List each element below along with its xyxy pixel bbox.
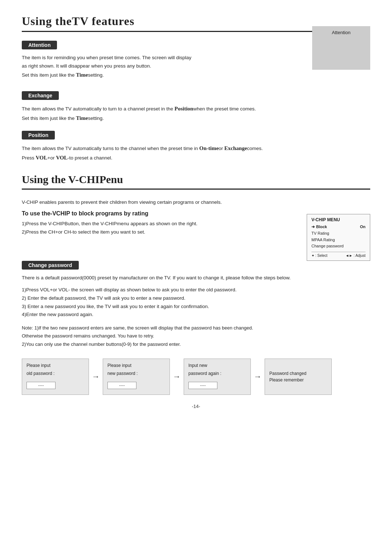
vchip-intro-text: V-CHIP enables parents to prevent their … bbox=[22, 198, 370, 207]
pw-changed-label1: Password changed bbox=[269, 370, 306, 377]
pw-step2-label1: Please input bbox=[107, 363, 131, 369]
attention-badge: Attention bbox=[22, 41, 57, 49]
change-password-notes: Note: 1)If the two new password enters a… bbox=[22, 324, 370, 348]
pw-changed-label2: Please remember bbox=[269, 377, 304, 383]
ontime-bold: On-time bbox=[199, 145, 219, 151]
pw-step1-value: ---- bbox=[26, 382, 56, 389]
vchip-menu-item-changepw: Change password bbox=[311, 243, 366, 250]
vchip-menu-item-block: ➔Block On bbox=[311, 224, 366, 230]
cp-step2: 2) Enter the default password, the TV wi… bbox=[22, 294, 370, 303]
password-box-step3: Input new password again : ---- bbox=[184, 359, 251, 395]
vchip-divider bbox=[22, 189, 370, 190]
password-changed-box: Password changed Please remember bbox=[265, 359, 332, 395]
arrow3: → bbox=[254, 359, 262, 395]
exchange-badge: Exchange bbox=[22, 91, 59, 100]
password-flow: Please input old password : ---- → Pleas… bbox=[22, 359, 370, 395]
change-password-para1: There is a default password(0000) preset… bbox=[22, 274, 370, 282]
arrow1: → bbox=[92, 359, 100, 395]
time-bold2: Time bbox=[76, 115, 88, 121]
pw-step1-label1: Please input bbox=[26, 363, 50, 369]
password-box-step1: Please input old password : ---- bbox=[22, 359, 89, 395]
exchange-section: Exchange The item allows the TV automati… bbox=[22, 91, 370, 123]
cp-step1: 1)Press VOL+or VOL- the screen will disp… bbox=[22, 286, 370, 294]
vchip-section-title: Using the V-CHIPenu bbox=[22, 173, 370, 186]
change-password-steps: 1)Press VOL+or VOL- the screen will disp… bbox=[22, 286, 370, 319]
pw-step2-value: ---- bbox=[107, 382, 136, 389]
time-bold: Time bbox=[76, 72, 88, 78]
attention-image-box: Attention bbox=[312, 26, 370, 70]
exchange-text: The item allows the TV automatically to … bbox=[22, 104, 370, 123]
exchange-bold: Exchange bbox=[224, 145, 247, 151]
vchip-menu-title: V-CHIP MENU bbox=[311, 217, 366, 222]
page-number: -14- bbox=[22, 404, 370, 409]
vol-bold1: VOL bbox=[36, 155, 47, 161]
attention-box-label: Attention bbox=[332, 30, 350, 35]
cp-step4: 4)Enter the new password again. bbox=[22, 311, 370, 319]
position-section: Position The item allows the TV automati… bbox=[22, 131, 370, 162]
position-badge: Position bbox=[22, 131, 55, 139]
vchip-menu-bottom: ✦ : Select ◄► : Adjust bbox=[311, 252, 366, 258]
arrow2: → bbox=[173, 359, 181, 395]
change-password-section: Change password There is a default passw… bbox=[22, 261, 370, 348]
pw-step2-label2: new password : bbox=[107, 371, 138, 377]
vol-bold2: VOL bbox=[56, 155, 68, 161]
vchip-menu-item-mpaa: MPAA Rating bbox=[311, 237, 366, 243]
menu-arrow: ➔ bbox=[311, 225, 315, 229]
pw-step1-label2: old password : bbox=[26, 371, 54, 377]
position-text: The item allows the TV automatically tur… bbox=[22, 144, 370, 162]
vchip-menu-item-tvrating: TV Rating bbox=[311, 230, 366, 237]
pw-step3-value: ---- bbox=[188, 382, 217, 389]
password-box-step2: Please input new password : ---- bbox=[103, 359, 170, 395]
cp-step3: 3) Enter a new password you like, the TV… bbox=[22, 303, 370, 311]
pw-step3-label2: password again : bbox=[188, 371, 221, 377]
vchip-menu-box: V-CHIP MENU ➔Block On TV Rating MPAA Rat… bbox=[307, 214, 370, 260]
change-password-badge: Change password bbox=[22, 261, 79, 270]
position-bold: Position bbox=[175, 106, 193, 112]
pw-step3-label1: Input new bbox=[188, 363, 207, 369]
